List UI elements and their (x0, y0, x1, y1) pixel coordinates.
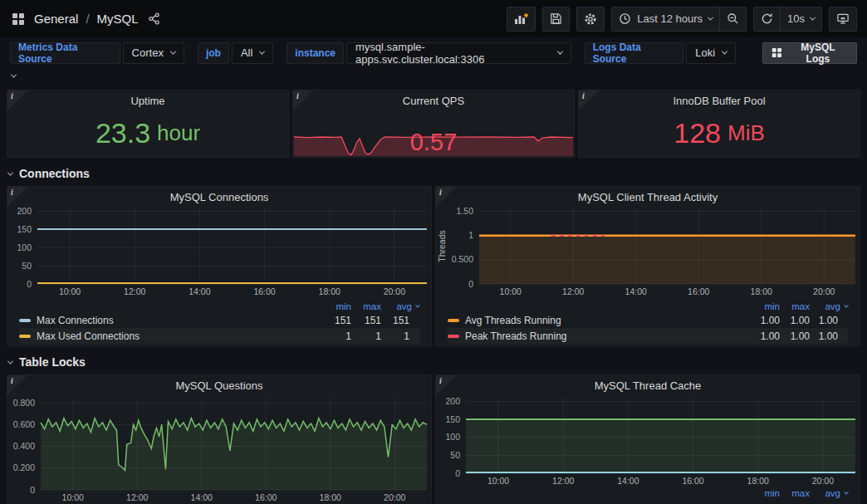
svg-text:0.800: 0.800 (13, 398, 35, 408)
svg-text:0: 0 (468, 279, 473, 289)
panel-info-icon[interactable]: i (436, 187, 456, 207)
variable-metrics-data-source: Metrics Data Source Cortex (10, 42, 184, 64)
svg-text:10:00: 10:00 (62, 492, 84, 502)
mysql-connections-chart[interactable]: 10:0012:0014:0016:0018:0020:000501001502… (7, 203, 431, 300)
legend-sort-min[interactable]: min (750, 488, 780, 498)
refresh-dashboard-button[interactable] (753, 7, 781, 32)
legend-row: Max Used Connections 1 1 1 (19, 328, 419, 344)
svg-text:14:00: 14:00 (189, 286, 210, 296)
zoom-out-time-button[interactable] (720, 7, 747, 32)
mysql-logs-button[interactable]: MySQL Logs (762, 42, 857, 64)
breadcrumb-folder[interactable]: General (34, 12, 78, 26)
svg-text:0.200: 0.200 (13, 462, 35, 472)
svg-text:18:00: 18:00 (747, 476, 769, 486)
svg-text:12:00: 12:00 (552, 476, 574, 486)
svg-text:10:00: 10:00 (59, 286, 81, 296)
legend: min max avg (436, 487, 860, 502)
legend: min max avg Max Connections 151 151 151 … (7, 300, 431, 347)
variable-label: instance (287, 42, 344, 64)
series-color-swatch (19, 335, 31, 338)
panel-info-icon[interactable]: i (7, 375, 27, 395)
svg-text:16:00: 16:00 (682, 476, 703, 486)
variable-label: Metrics Data Source (10, 42, 120, 64)
add-panel-button[interactable] (507, 7, 536, 32)
svg-text:100: 100 (17, 242, 32, 252)
panel-title[interactable]: MySQL Connections (7, 187, 431, 203)
instance-dropdown[interactable]: mysql.sample-apps.svc.cluster.local:3306 (346, 42, 571, 64)
kiosk-mode-icon[interactable] (829, 7, 857, 32)
panel-title[interactable]: InnoDB Buffer Pool (579, 91, 860, 109)
svg-text:18:00: 18:00 (751, 286, 772, 296)
legend-sort-min[interactable]: min (321, 301, 351, 311)
section-connections[interactable]: Connections (8, 164, 859, 183)
innodb-buffer-pool-value: 128 MiB (579, 109, 860, 157)
save-dashboard-button[interactable] (542, 7, 570, 32)
uptime-value: 23.3 hour (7, 109, 288, 157)
dashboards-icon[interactable] (10, 11, 27, 27)
svg-text:200: 200 (445, 396, 460, 406)
svg-text:16:00: 16:00 (688, 286, 709, 296)
panel-info-icon[interactable]: i (7, 187, 27, 207)
breadcrumb-dashboard[interactable]: MySQL (97, 12, 139, 26)
svg-text:50: 50 (22, 261, 32, 271)
panel-info-icon[interactable]: i (7, 91, 27, 110)
svg-text:0: 0 (455, 468, 460, 478)
collapsed-row-toggle-icon[interactable] (11, 71, 17, 77)
legend-sort-max[interactable]: max (780, 301, 810, 311)
legend-sort-max[interactable]: max (780, 488, 810, 498)
refresh-interval-picker[interactable]: 10s (781, 7, 822, 32)
clock-icon (619, 12, 631, 25)
panel-info-icon[interactable]: i (293, 91, 313, 110)
svg-text:20:00: 20:00 (384, 286, 405, 296)
breadcrumb-divider: / (86, 12, 89, 26)
variable-label: job (198, 42, 229, 64)
legend-sort-max[interactable]: max (351, 301, 381, 311)
job-dropdown[interactable]: All (232, 42, 273, 64)
legend-sort-avg[interactable]: avg (810, 301, 848, 311)
svg-text:200: 200 (17, 206, 32, 216)
variable-logs-data-source: Logs Data Source Loki (585, 42, 736, 64)
svg-text:0.400: 0.400 (13, 441, 35, 451)
thread-activity-chart[interactable]: 10:0012:0014:0016:0018:0020:0000.50011.5… (436, 203, 860, 300)
stat-panels-row: i Uptime 23.3 hour i Current QPS 0.57 i … (7, 90, 860, 158)
submenu-bar: Metrics Data Source Cortex job All insta… (0, 39, 867, 66)
legend-sort-avg[interactable]: avg (810, 488, 848, 498)
svg-text:12:00: 12:00 (562, 286, 584, 296)
panel-title[interactable]: Uptime (7, 91, 288, 109)
svg-text:150: 150 (445, 414, 460, 424)
panel-info-icon[interactable]: i (436, 375, 456, 395)
panel-title[interactable]: MySQL Questions (7, 375, 431, 394)
panel-title[interactable]: MySQL Client Thread Activity (436, 187, 860, 203)
dashboard-link-icon (771, 47, 782, 58)
svg-text:14:00: 14:00 (625, 286, 647, 296)
variable-job: job All (198, 42, 273, 64)
mysql-thread-cache-chart[interactable]: 10:0012:0014:0016:0018:0020:000501001502… (436, 394, 860, 487)
legend-sort-min[interactable]: min (750, 301, 780, 311)
metrics-datasource-dropdown[interactable]: Cortex (123, 42, 184, 64)
svg-text:0: 0 (30, 485, 35, 495)
series-color-swatch (448, 319, 459, 322)
svg-text:16:00: 16:00 (255, 492, 277, 502)
dashboard-settings-icon[interactable] (576, 7, 605, 32)
svg-text:10:00: 10:00 (500, 286, 522, 296)
series-color-swatch (448, 335, 459, 338)
legend-sort-avg[interactable]: avg (381, 301, 419, 311)
share-icon[interactable] (146, 11, 162, 27)
logs-datasource-dropdown[interactable]: Loki (686, 42, 736, 64)
time-range-picker[interactable]: Last 12 hours (611, 7, 720, 32)
svg-text:10:00: 10:00 (487, 476, 509, 486)
svg-text:150: 150 (17, 224, 32, 234)
panel-title[interactable]: Current QPS (293, 91, 574, 109)
section-collapse-icon (7, 358, 13, 364)
svg-text:16:00: 16:00 (253, 286, 275, 296)
panel-innodb-buffer-pool: i InnoDB Buffer Pool 128 MiB (578, 90, 860, 158)
section-table-locks[interactable]: Table Locks (8, 353, 859, 371)
svg-text:1.50: 1.50 (457, 206, 474, 216)
legend-row: Peak Threads Running 1.00 1.00 1.00 (448, 328, 848, 344)
svg-text:18:00: 18:00 (320, 492, 341, 502)
top-nav-bar: General / MySQL (0, 0, 867, 37)
qps-value: 0.57 (293, 129, 574, 156)
panel-info-icon[interactable]: i (579, 91, 599, 110)
mysql-questions-chart[interactable]: 10:0012:0014:0016:0018:0020:0000.2000.40… (7, 394, 431, 503)
panel-title[interactable]: MySQL Thread Cache (436, 375, 860, 394)
